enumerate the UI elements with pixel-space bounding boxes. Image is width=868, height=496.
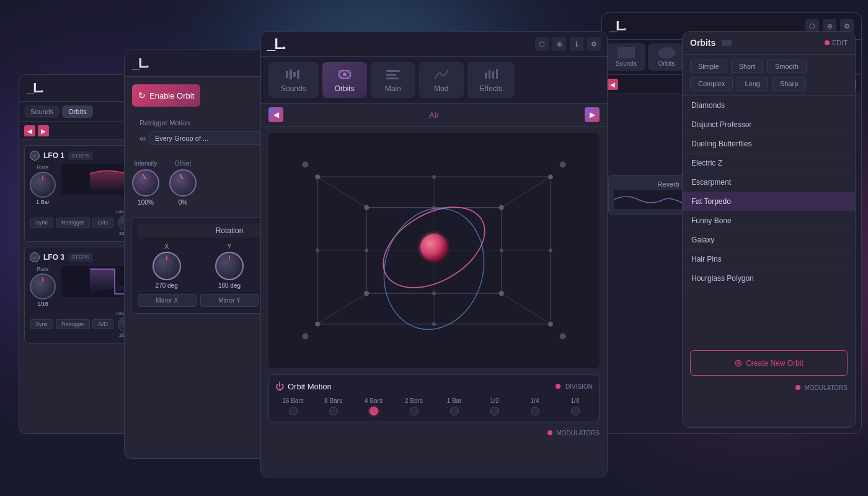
- orbit-list-item[interactable]: Disjunct Professor: [683, 115, 855, 135]
- lfo-orbits-label: Orbits: [68, 108, 86, 115]
- offset-label: Offset: [175, 160, 192, 167]
- orbit-list-item[interactable]: Hourglass Polygon: [683, 269, 855, 288]
- bar-item: 16 Bars: [275, 397, 311, 415]
- orbits-icon-small: [722, 40, 732, 46]
- orbit-list-item[interactable]: Galaxy: [683, 231, 855, 250]
- sounds-svg: [285, 68, 302, 81]
- lfo-nav-orbits[interactable]: Orbits: [62, 105, 92, 118]
- bar-item: 1/2: [477, 397, 512, 415]
- svg-point-6: [343, 73, 347, 76]
- orbit-list-item[interactable]: Electric Z: [683, 154, 855, 173]
- orbit-list: DiamondsDisjunct ProfessorDueling Butter…: [683, 96, 855, 344]
- filter-tag[interactable]: Smooth: [767, 60, 807, 73]
- svg-point-18: [560, 334, 566, 340]
- main-globe-icon[interactable]: ⊕: [552, 37, 566, 51]
- lfo3-sync-btn[interactable]: Sync: [30, 319, 53, 329]
- offset-knob[interactable]: [169, 169, 197, 197]
- filter-tag[interactable]: Long: [737, 77, 768, 91]
- bar-item: 4 Bars: [356, 397, 391, 415]
- main-next-preset[interactable]: ▶: [585, 107, 600, 122]
- x-knob[interactable]: [153, 252, 181, 280]
- main-logo: _L.: [267, 35, 285, 53]
- y-knob[interactable]: [215, 252, 244, 280]
- orbit-motion-title: ⏻ Orbit Motion: [275, 381, 332, 391]
- orbit-list-item[interactable]: Funny Bone: [683, 211, 855, 231]
- bar-dot[interactable]: [450, 407, 459, 415]
- main-tab-mod[interactable]: Mod: [419, 62, 464, 98]
- main-tab-main[interactable]: Main: [371, 62, 415, 98]
- svg-point-48: [316, 249, 319, 252]
- filter-tag[interactable]: Simple: [690, 60, 727, 73]
- mirror-x-btn[interactable]: Mirror X: [138, 294, 197, 307]
- main-prev-preset[interactable]: ◀: [268, 107, 283, 122]
- svg-point-43: [499, 205, 504, 210]
- svg-point-15: [302, 162, 308, 168]
- lfo1-rate-knob[interactable]: [30, 172, 56, 198]
- main-cube-icon[interactable]: ⬡: [535, 37, 549, 51]
- offset-group: Offset 0%: [169, 160, 197, 206]
- lfo-nav-sounds[interactable]: Sounds: [24, 105, 60, 118]
- lfo3-rate-knob[interactable]: [30, 273, 56, 299]
- effects-svg: [482, 68, 500, 81]
- sounds-tab-label: Sounds: [281, 84, 306, 93]
- bar-item: 1 Bar: [436, 397, 472, 415]
- x-label: X: [164, 242, 169, 250]
- back-prev-preset[interactable]: ◀: [607, 79, 618, 90]
- orbits-tab-icon: [335, 67, 355, 82]
- lfo1-icon: ○: [30, 151, 40, 161]
- lfo1-retrigger-btn[interactable]: Retrigger: [56, 218, 90, 228]
- orbit-list-item[interactable]: Fat Torpedo: [683, 192, 855, 211]
- bar-dot[interactable]: [410, 407, 418, 415]
- lfo1-sync-btn[interactable]: Sync: [30, 218, 53, 228]
- main-tab-icon: [383, 67, 403, 82]
- bar-label: 2 Bars: [405, 397, 423, 404]
- main-tab-effects[interactable]: Effects: [467, 62, 515, 98]
- modulators-label: MODULATORS: [556, 430, 600, 436]
- bar-dot[interactable]: [571, 407, 580, 415]
- main-info-icon[interactable]: ℹ: [570, 37, 583, 51]
- mirror-y-btn[interactable]: Mirror Y: [200, 294, 259, 307]
- bar-dot[interactable]: [329, 407, 338, 415]
- bar-label: 1/2: [490, 397, 499, 404]
- main-preset-bar: ◀ Air ▶: [261, 104, 607, 126]
- lfo3-retrigger-btn[interactable]: Retrigger: [56, 319, 90, 329]
- orbit-list-item[interactable]: Hair Pins: [683, 250, 855, 269]
- enable-orbit-button[interactable]: ↻ Enable Orbit: [132, 84, 200, 107]
- bar-item: 2 Bars: [396, 397, 432, 415]
- orbit-list-item[interactable]: Dueling Butterflies: [683, 135, 855, 154]
- lfo3-title: LFO 3: [43, 253, 64, 262]
- lfo3-gd-btn[interactable]: G/D: [92, 319, 113, 329]
- lfo-next-preset[interactable]: ▶: [38, 125, 49, 136]
- lfo-prev-preset[interactable]: ◀: [24, 125, 35, 136]
- lfo-logo: _L.: [27, 80, 43, 96]
- lfo1-gd-btn[interactable]: G/D: [92, 218, 113, 228]
- create-orbit-button[interactable]: ⊕ Create New Orbit: [690, 350, 848, 376]
- bar-item: 8 Bars: [316, 397, 351, 415]
- lfo-sounds-label: Sounds: [30, 108, 53, 115]
- bar-dot[interactable]: [490, 407, 499, 415]
- bar-dot[interactable]: [531, 407, 539, 415]
- bar-dot[interactable]: [370, 407, 378, 415]
- main-tab-sounds[interactable]: Sounds: [268, 62, 319, 98]
- filter-tag[interactable]: Short: [731, 60, 763, 73]
- main-gear-icon[interactable]: ⚙: [587, 37, 601, 51]
- x-value: 270 deg: [156, 282, 178, 289]
- filter-tag[interactable]: Complex: [690, 77, 733, 91]
- svg-point-41: [548, 322, 553, 327]
- filter-tag[interactable]: Sharp: [772, 77, 806, 91]
- edit-label: EDIT: [832, 39, 848, 46]
- svg-rect-10: [485, 73, 487, 79]
- bar-dot[interactable]: [289, 407, 298, 415]
- intensity-knob[interactable]: [132, 169, 159, 197]
- filter-tags: SimpleShortSmoothComplexLongSharp: [683, 55, 855, 96]
- create-orbit-label: Create New Orbit: [746, 359, 804, 368]
- orbit-list-item[interactable]: Escarpment: [683, 173, 855, 192]
- orbits-list-panel: Orbits EDIT SimpleShortSmoothComplexLong…: [682, 31, 856, 428]
- cube-viewport: [268, 133, 600, 368]
- orbit-list-item[interactable]: Diamonds: [683, 96, 855, 115]
- back-nav-orbits[interactable]: Orbits: [648, 43, 685, 71]
- main-tab-orbits[interactable]: Orbits: [322, 62, 367, 98]
- main-preset-name: Air: [287, 110, 581, 120]
- back-nav-sounds[interactable]: Sounds: [607, 43, 645, 71]
- svg-point-56: [420, 234, 448, 261]
